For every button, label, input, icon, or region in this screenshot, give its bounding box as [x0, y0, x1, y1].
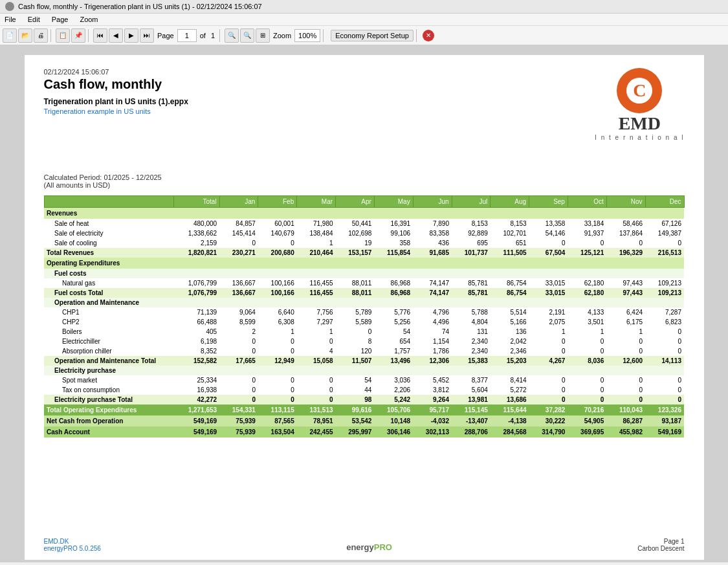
footer-right: Page 1 Carbon Descent — [637, 538, 684, 552]
section-header-label: Operating Expenditures — [44, 258, 684, 269]
prev-page-button[interactable]: ◀ — [109, 28, 123, 43]
col-header-may: May — [374, 196, 413, 208]
print-area: C EMD I n t e r n a t i o n a l 02/12/20… — [25, 55, 704, 560]
paste-button[interactable]: 📌 — [71, 28, 85, 43]
cell-nov: 6,175 — [606, 317, 645, 327]
cell-dec: 0 — [645, 337, 684, 346]
cell-total: 25,334 — [173, 375, 219, 385]
cell-feb: 100,166 — [258, 288, 297, 298]
menu-edit[interactable]: Edit — [26, 15, 42, 24]
table-row: Operation and Maintenance Total152,58217… — [44, 356, 684, 366]
cell-oct: 33,184 — [568, 219, 606, 228]
last-page-button[interactable]: ⏭ — [140, 28, 154, 43]
cell-apr: 98 — [336, 395, 375, 404]
cell-jul: 8,153 — [452, 219, 491, 228]
cell-jul: -13,407 — [452, 415, 491, 427]
cell-total: 71,139 — [173, 307, 219, 317]
cell-aug: 5,166 — [491, 317, 529, 327]
cell-feb: 0 — [258, 385, 297, 395]
menu-zoom[interactable]: Zoom — [78, 15, 100, 24]
col-header-feb: Feb — [258, 196, 297, 208]
cell-sep: 13,358 — [529, 219, 568, 228]
cell-jun: 74 — [413, 327, 452, 337]
open-button[interactable]: 📂 — [18, 28, 32, 43]
new-button[interactable]: 📄 — [3, 28, 17, 43]
menu-bar: File Edit Page Zoom — [0, 14, 728, 26]
cell-nov: 196,329 — [606, 248, 645, 258]
cell-dec: 0 — [645, 238, 684, 248]
cell-label: Sale of cooling — [44, 238, 173, 248]
cell-jul: 4,804 — [452, 317, 491, 327]
cell-jun: 3,812 — [413, 385, 452, 395]
cell-nov: 455,982 — [606, 427, 645, 438]
cell-jun: 1,154 — [413, 337, 452, 346]
section-header-label: Revenues — [44, 208, 684, 219]
cell-total: 16,938 — [173, 385, 219, 395]
cell-total: 1,820,821 — [173, 248, 219, 258]
cell-mar: 7,297 — [297, 317, 336, 327]
main-content[interactable]: C EMD I n t e r n a t i o n a l 02/12/20… — [0, 45, 728, 562]
cell-mar: 242,455 — [297, 427, 336, 438]
cell-mar: 0 — [297, 385, 336, 395]
cell-total: 8,352 — [173, 346, 219, 356]
cell-jan: 154,331 — [219, 404, 258, 415]
menu-page[interactable]: Page — [50, 15, 71, 24]
col-header-sep: Sep — [529, 196, 568, 208]
cell-nov: 97,443 — [606, 278, 645, 288]
cell-sep: 2,191 — [529, 307, 568, 317]
cell-feb: 87,565 — [258, 415, 297, 427]
cell-jun: 95,717 — [413, 404, 452, 415]
cell-sep: 0 — [529, 385, 568, 395]
section-header-row: Operating Expenditures — [44, 258, 684, 269]
cell-mar: 1 — [297, 327, 336, 337]
cell-feb: 6,640 — [258, 307, 297, 317]
cell-jun: 9,264 — [413, 395, 452, 404]
zoom-input[interactable] — [294, 29, 320, 42]
cell-jun: 74,147 — [413, 288, 452, 298]
zoom-in-button[interactable]: 🔍 — [225, 28, 239, 43]
footer-emd-link[interactable]: EMD.DK — [44, 538, 101, 545]
page-input[interactable] — [177, 29, 197, 42]
cell-sep: 54,146 — [529, 228, 568, 238]
report-footer: EMD.DK energyPRO 5.0.256 energyPRO Page … — [25, 538, 704, 552]
cell-may: 306,146 — [374, 427, 413, 438]
cell-jan: 136,667 — [219, 278, 258, 288]
next-page-button[interactable]: ▶ — [124, 28, 138, 43]
close-button[interactable]: ✕ — [423, 30, 434, 41]
cell-jul: 5,604 — [452, 385, 491, 395]
cell-jun: 436 — [413, 238, 452, 248]
cell-label: CHP1 — [44, 307, 173, 317]
cell-mar: 0 — [297, 375, 336, 385]
cell-feb: 0 — [258, 337, 297, 346]
cell-label: Fuel costs Total — [44, 288, 173, 298]
fit-button[interactable]: ⊞ — [256, 28, 270, 43]
first-page-button[interactable]: ⏮ — [93, 28, 107, 43]
sep3 — [219, 29, 222, 42]
cell-aug: 136 — [491, 327, 529, 337]
zoom-out-button[interactable]: 🔍 — [240, 28, 254, 43]
cell-total: 549,169 — [173, 415, 219, 427]
cell-aug: 5,514 — [491, 307, 529, 317]
menu-file[interactable]: File — [3, 15, 18, 24]
copy-button[interactable]: 📋 — [56, 28, 70, 43]
cell-apr: 5,589 — [336, 317, 375, 327]
cell-jan: 75,939 — [219, 415, 258, 427]
print-button[interactable]: 🖨 — [34, 28, 48, 43]
cell-dec: 123,326 — [645, 404, 684, 415]
cell-may: 10,148 — [374, 415, 413, 427]
cell-label: CHP2 — [44, 317, 173, 327]
cell-sep: 314,790 — [529, 427, 568, 438]
cell-mar: 0 — [297, 395, 336, 404]
cell-dec: 0 — [645, 395, 684, 404]
table-row: Net Cash from Operation549,16975,93987,5… — [44, 415, 684, 427]
subsection-header-label: Electricity purchase — [44, 366, 684, 375]
cell-nov: 0 — [606, 385, 645, 395]
table-row: Fuel costs Total1,076,799136,667100,1661… — [44, 288, 684, 298]
cell-jun: 1,786 — [413, 346, 452, 356]
cell-label: Sale of electricity — [44, 228, 173, 238]
cell-jun: -4,032 — [413, 415, 452, 427]
cell-nov: 0 — [606, 395, 645, 404]
cell-mar: 7,756 — [297, 307, 336, 317]
economy-report-button[interactable]: Economy Report Setup — [331, 30, 414, 41]
cell-may: 5,776 — [374, 307, 413, 317]
